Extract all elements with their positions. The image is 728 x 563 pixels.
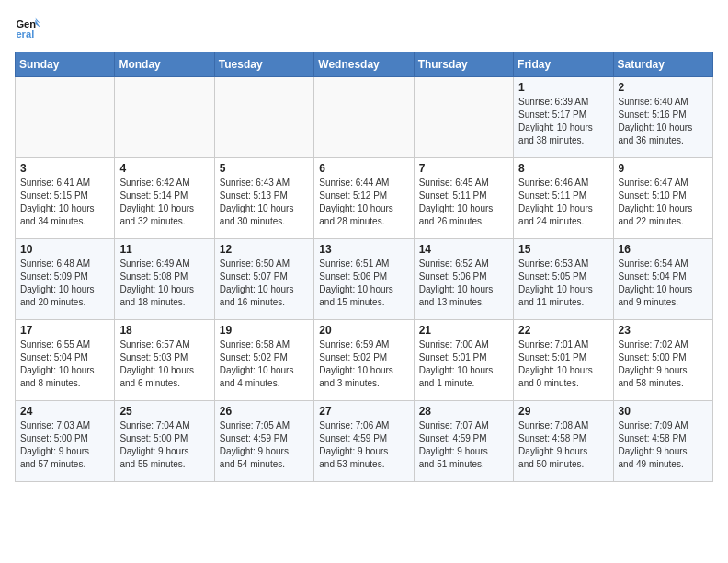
day-number: 14 — [419, 243, 508, 256]
calendar-cell: 3Sunrise: 6:41 AM Sunset: 5:15 PM Daylig… — [16, 158, 115, 239]
calendar-cell: 16Sunrise: 6:54 AM Sunset: 5:04 PM Dayli… — [613, 239, 712, 320]
day-number: 4 — [119, 162, 209, 175]
day-info: Sunrise: 7:02 AM Sunset: 5:00 PM Dayligh… — [619, 339, 708, 390]
calendar-cell: 18Sunrise: 6:57 AM Sunset: 5:03 PM Dayli… — [115, 320, 214, 401]
calendar-cell: 27Sunrise: 7:06 AM Sunset: 4:59 PM Dayli… — [314, 401, 414, 482]
day-number: 28 — [419, 405, 508, 418]
day-info: Sunrise: 6:52 AM Sunset: 5:06 PM Dayligh… — [419, 258, 508, 309]
day-info: Sunrise: 7:09 AM Sunset: 4:58 PM Dayligh… — [619, 419, 708, 471]
calendar-cell: 24Sunrise: 7:03 AM Sunset: 5:00 PM Dayli… — [16, 401, 115, 482]
day-info: Sunrise: 6:57 AM Sunset: 5:03 PM Dayligh… — [119, 339, 209, 390]
calendar-cell: 15Sunrise: 6:53 AM Sunset: 5:05 PM Dayli… — [514, 239, 613, 320]
col-header-saturday: Saturday — [613, 52, 712, 77]
day-info: Sunrise: 7:04 AM Sunset: 5:00 PM Dayligh… — [119, 419, 209, 471]
col-header-wednesday: Wednesday — [314, 52, 414, 77]
calendar-cell — [214, 77, 313, 158]
calendar-cell: 21Sunrise: 7:00 AM Sunset: 5:01 PM Dayli… — [414, 320, 513, 401]
day-info: Sunrise: 6:42 AM Sunset: 5:14 PM Dayligh… — [119, 177, 209, 228]
calendar-cell: 11Sunrise: 6:49 AM Sunset: 5:08 PM Dayli… — [115, 239, 214, 320]
day-number: 22 — [518, 324, 608, 337]
day-number: 8 — [518, 162, 608, 175]
calendar-cell: 9Sunrise: 6:47 AM Sunset: 5:10 PM Daylig… — [613, 158, 712, 239]
calendar-cell: 20Sunrise: 6:59 AM Sunset: 5:02 PM Dayli… — [314, 320, 414, 401]
calendar-cell: 2Sunrise: 6:40 AM Sunset: 5:16 PM Daylig… — [613, 77, 712, 158]
day-info: Sunrise: 6:50 AM Sunset: 5:07 PM Dayligh… — [220, 258, 309, 309]
day-number: 6 — [319, 162, 408, 175]
calendar-cell: 25Sunrise: 7:04 AM Sunset: 5:00 PM Dayli… — [115, 401, 214, 482]
calendar-cell: 6Sunrise: 6:44 AM Sunset: 5:12 PM Daylig… — [314, 158, 414, 239]
day-info: Sunrise: 6:48 AM Sunset: 5:09 PM Dayligh… — [20, 258, 109, 309]
day-info: Sunrise: 6:44 AM Sunset: 5:12 PM Dayligh… — [319, 177, 408, 228]
calendar-cell: 30Sunrise: 7:09 AM Sunset: 4:58 PM Dayli… — [613, 401, 712, 482]
day-number: 19 — [220, 324, 309, 337]
day-info: Sunrise: 6:46 AM Sunset: 5:11 PM Dayligh… — [518, 177, 608, 228]
calendar-cell — [16, 77, 115, 158]
col-header-thursday: Thursday — [414, 52, 513, 77]
day-number: 12 — [220, 243, 309, 256]
header: Gen eral — [15, 15, 713, 40]
col-header-sunday: Sunday — [16, 52, 115, 77]
calendar-table: SundayMondayTuesdayWednesdayThursdayFrid… — [15, 52, 713, 482]
calendar-cell: 12Sunrise: 6:50 AM Sunset: 5:07 PM Dayli… — [214, 239, 313, 320]
day-info: Sunrise: 7:05 AM Sunset: 4:59 PM Dayligh… — [220, 419, 309, 471]
calendar-cell — [115, 77, 214, 158]
day-number: 26 — [220, 405, 309, 418]
day-number: 24 — [20, 405, 109, 418]
day-info: Sunrise: 6:40 AM Sunset: 5:16 PM Dayligh… — [619, 96, 708, 147]
calendar-cell: 28Sunrise: 7:07 AM Sunset: 4:59 PM Dayli… — [414, 401, 513, 482]
col-header-monday: Monday — [115, 52, 214, 77]
col-header-tuesday: Tuesday — [214, 52, 313, 77]
svg-text:eral: eral — [16, 29, 34, 40]
day-number: 15 — [518, 243, 608, 256]
logo-icon: Gen eral — [15, 15, 40, 40]
day-info: Sunrise: 6:55 AM Sunset: 5:04 PM Dayligh… — [20, 339, 109, 390]
day-info: Sunrise: 7:08 AM Sunset: 4:58 PM Dayligh… — [518, 419, 608, 471]
day-number: 13 — [319, 243, 408, 256]
day-info: Sunrise: 6:43 AM Sunset: 5:13 PM Dayligh… — [220, 177, 309, 228]
day-info: Sunrise: 6:49 AM Sunset: 5:08 PM Dayligh… — [119, 258, 209, 309]
day-info: Sunrise: 7:00 AM Sunset: 5:01 PM Dayligh… — [419, 339, 508, 390]
day-number: 7 — [419, 162, 508, 175]
day-number: 23 — [619, 324, 708, 337]
day-number: 18 — [119, 324, 209, 337]
day-number: 29 — [518, 405, 608, 418]
day-info: Sunrise: 6:45 AM Sunset: 5:11 PM Dayligh… — [419, 177, 508, 228]
day-info: Sunrise: 6:41 AM Sunset: 5:15 PM Dayligh… — [20, 177, 109, 228]
calendar-cell — [314, 77, 414, 158]
calendar-cell: 1Sunrise: 6:39 AM Sunset: 5:17 PM Daylig… — [514, 77, 613, 158]
calendar-cell: 26Sunrise: 7:05 AM Sunset: 4:59 PM Dayli… — [214, 401, 313, 482]
day-number: 2 — [619, 81, 708, 94]
day-info: Sunrise: 6:53 AM Sunset: 5:05 PM Dayligh… — [518, 258, 608, 309]
day-info: Sunrise: 7:01 AM Sunset: 5:01 PM Dayligh… — [518, 339, 608, 390]
calendar-cell: 23Sunrise: 7:02 AM Sunset: 5:00 PM Dayli… — [613, 320, 712, 401]
day-info: Sunrise: 6:51 AM Sunset: 5:06 PM Dayligh… — [319, 258, 408, 309]
day-number: 11 — [119, 243, 209, 256]
col-header-friday: Friday — [514, 52, 613, 77]
day-number: 30 — [619, 405, 708, 418]
day-info: Sunrise: 6:39 AM Sunset: 5:17 PM Dayligh… — [518, 96, 608, 147]
day-number: 20 — [319, 324, 408, 337]
day-info: Sunrise: 7:07 AM Sunset: 4:59 PM Dayligh… — [419, 419, 508, 471]
day-info: Sunrise: 7:03 AM Sunset: 5:00 PM Dayligh… — [20, 419, 109, 471]
day-number: 27 — [319, 405, 408, 418]
calendar-cell: 13Sunrise: 6:51 AM Sunset: 5:06 PM Dayli… — [314, 239, 414, 320]
day-info: Sunrise: 6:54 AM Sunset: 5:04 PM Dayligh… — [619, 258, 708, 309]
logo: Gen eral — [15, 15, 44, 40]
calendar-cell: 19Sunrise: 6:58 AM Sunset: 5:02 PM Dayli… — [214, 320, 313, 401]
calendar-cell: 29Sunrise: 7:08 AM Sunset: 4:58 PM Dayli… — [514, 401, 613, 482]
calendar-cell: 10Sunrise: 6:48 AM Sunset: 5:09 PM Dayli… — [16, 239, 115, 320]
day-number: 9 — [619, 162, 708, 175]
day-number: 3 — [20, 162, 109, 175]
calendar-cell — [414, 77, 513, 158]
calendar-cell: 7Sunrise: 6:45 AM Sunset: 5:11 PM Daylig… — [414, 158, 513, 239]
calendar-cell: 8Sunrise: 6:46 AM Sunset: 5:11 PM Daylig… — [514, 158, 613, 239]
calendar-cell: 22Sunrise: 7:01 AM Sunset: 5:01 PM Dayli… — [514, 320, 613, 401]
day-number: 10 — [20, 243, 109, 256]
day-number: 16 — [619, 243, 708, 256]
calendar-cell: 5Sunrise: 6:43 AM Sunset: 5:13 PM Daylig… — [214, 158, 313, 239]
day-info: Sunrise: 6:47 AM Sunset: 5:10 PM Dayligh… — [619, 177, 708, 228]
day-info: Sunrise: 6:59 AM Sunset: 5:02 PM Dayligh… — [319, 339, 408, 390]
calendar-cell: 4Sunrise: 6:42 AM Sunset: 5:14 PM Daylig… — [115, 158, 214, 239]
calendar-cell: 14Sunrise: 6:52 AM Sunset: 5:06 PM Dayli… — [414, 239, 513, 320]
day-number: 17 — [20, 324, 109, 337]
